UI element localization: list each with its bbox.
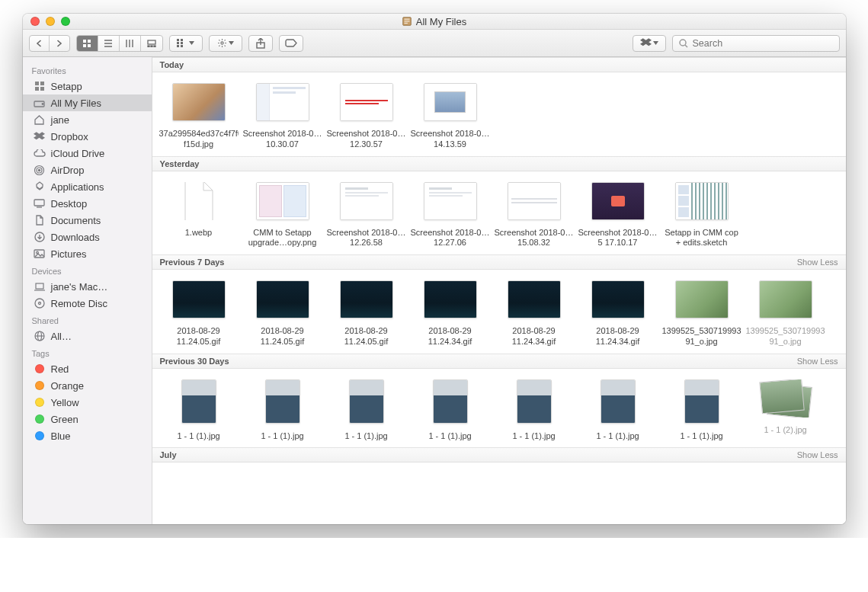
file-grid: 2018-08-29 11.24.05.gif2018-08-29 11.24.… [152, 270, 846, 354]
group-title: Previous 7 Days [160, 258, 225, 267]
back-button[interactable] [30, 36, 50, 51]
sidebar-item-yellow[interactable]: Yellow [23, 394, 152, 411]
sidebar-item-label: Remote Disc [51, 298, 107, 309]
sidebar-item-dropbox[interactable]: Dropbox [23, 128, 152, 145]
share-button[interactable] [248, 35, 273, 52]
svg-point-26 [680, 40, 686, 46]
file-item[interactable]: Screenshot 2018-0…12.26.58 [325, 182, 408, 249]
list-view-button[interactable] [98, 36, 120, 51]
show-less-button[interactable]: Show Less [797, 450, 838, 459]
sidebar-item-remote-disc[interactable]: Remote Disc [23, 295, 152, 312]
sidebar-item-label: Dropbox [51, 131, 88, 142]
file-browser[interactable]: Today37a299584ed37c4f7f004…f15d.jpgScree… [152, 57, 846, 524]
home-icon [34, 114, 46, 126]
sidebar-item-label: AirDrop [51, 165, 85, 176]
arrange-button[interactable] [169, 35, 203, 52]
svg-rect-21 [181, 39, 183, 41]
file-item[interactable]: 1 - 1 (1).jpg [157, 379, 241, 442]
sidebar-item-setapp[interactable]: Setapp [23, 78, 152, 94]
sidebar-item-all-[interactable]: All… [23, 328, 152, 344]
file-item[interactable]: 1399525_530719993663…91_o.jpg [744, 280, 828, 347]
airdrop-icon [34, 164, 46, 176]
laptop-icon [34, 280, 46, 293]
sidebar-item-documents[interactable]: Documents [23, 212, 152, 229]
dropbox-toolbar-button[interactable] [633, 35, 666, 52]
tags-button[interactable] [279, 35, 303, 52]
file-item[interactable]: Screenshot 2018-0…14.13.59 [408, 83, 492, 150]
file-item[interactable]: Screenshot 2018-0…15.08.32 [492, 182, 576, 249]
file-item[interactable]: 2018-08-29 11.24.34.gif [576, 280, 660, 347]
group-title: Yesterday [160, 159, 200, 168]
icon-view-button[interactable] [77, 36, 98, 51]
share-icon [256, 38, 265, 49]
file-thumbnail [172, 280, 226, 318]
file-thumbnail [433, 379, 468, 424]
show-less-button[interactable]: Show Less [797, 258, 838, 267]
sidebar-item-jane-s-mac-[interactable]: jane's Mac… [23, 278, 152, 295]
file-item[interactable]: 2018-08-29 11.24.34.gif [408, 280, 492, 347]
file-item[interactable]: 1.webp [157, 182, 241, 249]
search-input[interactable] [693, 38, 833, 49]
file-item[interactable]: 1 - 1 (1).jpg [492, 379, 576, 442]
file-item[interactable]: Screenshot 2018-0…12.30.57 [325, 83, 408, 150]
tag-icon [34, 413, 46, 425]
sidebar-item-label: Green [51, 414, 78, 425]
file-item[interactable]: 2018-08-29 11.24.05.gif [241, 280, 325, 347]
group-header: Previous 7 DaysShow Less [152, 254, 846, 270]
svg-rect-28 [35, 82, 39, 85]
file-item[interactable]: 1 - 1 (1).jpg [408, 379, 492, 442]
sidebar-item-label: Blue [51, 430, 71, 442]
column-view-button[interactable] [120, 36, 141, 51]
sidebar-item-green[interactable]: Green [23, 411, 152, 427]
sidebar-section-header: Favorites [23, 62, 152, 78]
svg-rect-15 [148, 46, 149, 47]
svg-rect-31 [40, 87, 44, 91]
svg-rect-29 [40, 82, 44, 85]
sidebar-item-downloads[interactable]: Downloads [23, 229, 152, 245]
forward-button[interactable] [50, 36, 69, 51]
file-item[interactable]: 37a299584ed37c4f7f004…f15d.jpg [157, 83, 241, 150]
file-item[interactable]: 1 - 1 (1).jpg [241, 379, 325, 442]
file-item[interactable]: 2018-08-29 11.24.34.gif [492, 280, 576, 347]
file-item[interactable]: 1 - 1 (1).jpg [660, 379, 744, 442]
sidebar-item-desktop[interactable]: Desktop [23, 195, 152, 212]
file-item[interactable]: 2018-08-29 11.24.05.gif [157, 280, 241, 347]
sidebar-item-orange[interactable]: Orange [23, 377, 152, 394]
sidebar-item-label: Downloads [51, 232, 100, 243]
chevron-down-icon [189, 41, 194, 45]
file-name: 1 - 1 (1).jpg [680, 431, 722, 442]
file-item[interactable]: 1 - 1 (1).jpg [576, 379, 660, 442]
file-name: 1 - 1 (1).jpg [177, 431, 219, 442]
file-item[interactable]: Screenshot 2018-0…5 17.10.17 [576, 182, 660, 249]
sidebar-item-all-my-files[interactable]: All My Files [23, 94, 152, 111]
sidebar-item-jane[interactable]: jane [23, 111, 152, 128]
globe-icon [34, 330, 46, 342]
file-item[interactable]: CMM to Setapp upgrade…opy.png [241, 182, 325, 249]
minimize-button[interactable] [46, 17, 55, 26]
sidebar-item-pictures[interactable]: Pictures [23, 245, 152, 262]
file-item[interactable]: Screenshot 2018-0…10.30.07 [241, 83, 325, 150]
file-item[interactable]: Screenshot 2018-0…12.27.06 [408, 182, 492, 249]
sidebar-item-airdrop[interactable]: AirDrop [23, 162, 152, 178]
search-field[interactable] [672, 35, 840, 52]
file-item[interactable]: 2018-08-29 11.24.05.gif [325, 280, 408, 347]
svg-rect-23 [181, 45, 183, 47]
sidebar-item-blue[interactable]: Blue [23, 427, 152, 444]
file-item[interactable]: 1 - 1 (1).jpg [325, 379, 408, 442]
sidebar-item-red[interactable]: Red [23, 360, 152, 377]
close-button[interactable] [30, 17, 40, 26]
file-name: 1 - 1 (1).jpg [596, 431, 639, 442]
sidebar-item-applications[interactable]: Applications [23, 178, 152, 195]
file-name: 1399525_530719993663…91_o.jpg [662, 326, 741, 347]
file-name: Screenshot 2018-0…12.30.57 [327, 129, 406, 150]
action-button[interactable] [209, 35, 242, 52]
sidebar-item-icloud-drive[interactable]: iCloud Drive [23, 145, 152, 162]
svg-point-44 [38, 302, 40, 305]
gallery-view-button[interactable] [141, 36, 162, 51]
show-less-button[interactable]: Show Less [797, 357, 838, 366]
svg-rect-19 [177, 42, 179, 44]
file-item[interactable]: Setapp in CMM cop + edits.sketch [660, 182, 744, 249]
file-item[interactable]: 1 - 1 (2).jpg [744, 379, 828, 442]
zoom-button[interactable] [61, 17, 70, 26]
file-item[interactable]: 1399525_530719993663…91_o.jpg [660, 280, 744, 347]
